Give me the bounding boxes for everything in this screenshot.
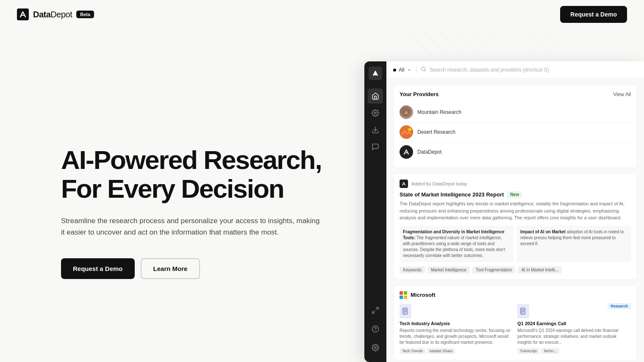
doc-tags-tech: Tech Trends Market Share (400, 348, 513, 354)
ms-name: Microsoft (411, 292, 436, 298)
providers-header: Your Providers View All (400, 91, 631, 97)
filter-dot (393, 69, 396, 72)
provider-name-mountain: Mountain Research (417, 109, 461, 115)
doc-item-tech-analysis[interactable]: Tech Industry Analysis Reports covering … (400, 304, 513, 354)
provider-item-mountain[interactable]: Mountain Research (400, 102, 631, 122)
download-icon (372, 126, 379, 134)
filter-dropdown[interactable]: All (393, 67, 412, 73)
settings-icon (372, 109, 379, 117)
view-all-link[interactable]: View All (613, 91, 631, 97)
sidebar-item-settings[interactable] (368, 105, 383, 121)
ms-docs: Tech Industry Analysis Reports covering … (400, 304, 631, 354)
tag-tool-fragmentation[interactable]: Tool Fragmentation (472, 266, 516, 274)
home-icon (372, 92, 379, 100)
market-intelligence-card: Added by DataDepot today State of Market… (393, 173, 637, 280)
hero-buttons: Request a Demo Learn More (61, 258, 369, 279)
desert-icon (400, 125, 413, 139)
doc-file-icon-2 (520, 308, 526, 315)
market-card-title: State of Market Intelligence 2023 Report (400, 191, 504, 198)
svg-rect-13 (17, 8, 29, 20)
doc-desc-earnings: Microsoft's Q1 2024 earnings call delved… (517, 328, 631, 345)
logo-area: DataDepot Beta (17, 8, 94, 20)
hero-title: AI-Powered Research, For Every Decision (61, 146, 332, 203)
sidebar-logo (369, 66, 382, 80)
provider-item-datadepot[interactable]: DataDepot (400, 142, 631, 162)
insight-item-2: Impact of AI on Market adoption of AI to… (517, 226, 631, 262)
svg-point-20 (375, 347, 377, 349)
doc-icon-tech (400, 304, 411, 318)
svg-line-16 (376, 307, 378, 309)
card-tags: Keywords Market Intelligence Tool Fragme… (400, 266, 631, 274)
datadepot-icon-sm (400, 180, 408, 188)
logo-icon (17, 8, 29, 20)
topbar: All Search research, datasets and provid… (386, 61, 644, 79)
scroll-area[interactable]: Your Providers View All Mountain Researc… (386, 79, 644, 362)
sidebar-item-home[interactable] (368, 88, 383, 104)
sidebar-item-download[interactable] (368, 122, 383, 138)
doc-file-icon (402, 308, 408, 315)
doc-desc-tech: Reports covering the overall technology … (400, 328, 513, 345)
learn-more-button[interactable]: Learn More (141, 258, 200, 279)
header: DataDepot Beta Request a Demo (0, 0, 644, 29)
beta-badge: Beta (76, 11, 94, 18)
sidebar-item-chat[interactable] (368, 139, 383, 155)
doc-tag-tech-trends[interactable]: Tech Trends (400, 348, 425, 354)
hero-subtitle: Streamline the research process and pers… (61, 215, 324, 238)
doc-item-earnings[interactable]: Research Q1 2024 Earnings Call Microsof (517, 304, 631, 354)
doc-tags-earnings: Transcript Techn... (517, 348, 631, 354)
new-badge: New (507, 191, 522, 198)
doc-title-tech: Tech Industry Analysis (400, 321, 513, 326)
svg-line-17 (372, 311, 375, 313)
chat-icon (372, 143, 379, 151)
sidebar-item-help[interactable] (368, 321, 383, 337)
filter-label: All (399, 67, 404, 73)
doc-tag-techn[interactable]: Techn... (541, 348, 560, 354)
microsoft-section: Microsoft Tech Industry Analysis (393, 285, 637, 360)
provider-item-desert[interactable]: Desert Research (400, 122, 631, 142)
tag-market-intelligence[interactable]: Market Intelligence (427, 266, 470, 274)
provider-name-datadepot: DataDepot (417, 149, 441, 155)
request-demo-header-button[interactable]: Request a Demo (560, 6, 627, 23)
market-card-desc: The DataDepot report highlights key tren… (400, 200, 631, 221)
mountain-icon (402, 108, 411, 117)
search-bar[interactable]: Search research, datasets and providers … (421, 66, 637, 73)
svg-point-24 (400, 125, 413, 139)
gear-icon (372, 344, 379, 351)
card-top-label: Added by DataDepot today (400, 180, 631, 188)
doc-tag-market-share[interactable]: Market Share (427, 348, 455, 354)
providers-section: Your Providers View All Mountain Researc… (393, 85, 637, 168)
ms-header: Microsoft (400, 291, 631, 299)
sidebar-item-gear[interactable] (368, 340, 383, 355)
chevron-down-icon (407, 67, 412, 72)
help-icon (372, 325, 379, 333)
research-badge-container: Research (608, 301, 631, 309)
datadepot-card-icon (401, 181, 406, 186)
provider-avatar-mountain (400, 105, 413, 119)
doc-icon-earnings (517, 304, 529, 318)
added-label: Added by DataDepot today (411, 181, 467, 186)
insight-text-2: Impact of AI on Market adoption of AI to… (520, 229, 627, 247)
insight-item-1: Fragmentation and Diversity in Market In… (400, 226, 514, 262)
request-demo-hero-button[interactable]: Request a Demo (61, 258, 135, 279)
topbar-divider (416, 66, 416, 74)
card-insights: Fragmentation and Diversity in Market In… (400, 226, 631, 262)
provider-name-desert: Desert Research (417, 129, 455, 135)
hero-section: AI-Powered Research, For Every Decision … (0, 29, 369, 362)
providers-title: Your Providers (400, 91, 439, 97)
insight-text-1: Fragmentation and Diversity in Market In… (403, 229, 510, 259)
microsoft-logo (400, 291, 407, 299)
app-panel: All Search research, datasets and provid… (364, 61, 644, 362)
sidebar-item-expand[interactable] (368, 303, 383, 318)
logo-text: DataDepot (33, 10, 72, 19)
main-content: All Search research, datasets and provid… (386, 61, 644, 362)
search-icon (421, 66, 426, 73)
sidebar (364, 61, 386, 362)
search-placeholder-text: Search research, datasets and providers … (430, 67, 549, 73)
tag-keywords[interactable]: Keywords (400, 266, 425, 274)
svg-point-14 (375, 112, 377, 114)
tag-ai-market[interactable]: AI in Market Intelli... (518, 266, 562, 274)
doc-tag-transcript[interactable]: Transcript (517, 348, 539, 354)
sidebar-bottom (368, 303, 383, 357)
search-svg (421, 66, 426, 72)
svg-line-22 (425, 70, 425, 71)
